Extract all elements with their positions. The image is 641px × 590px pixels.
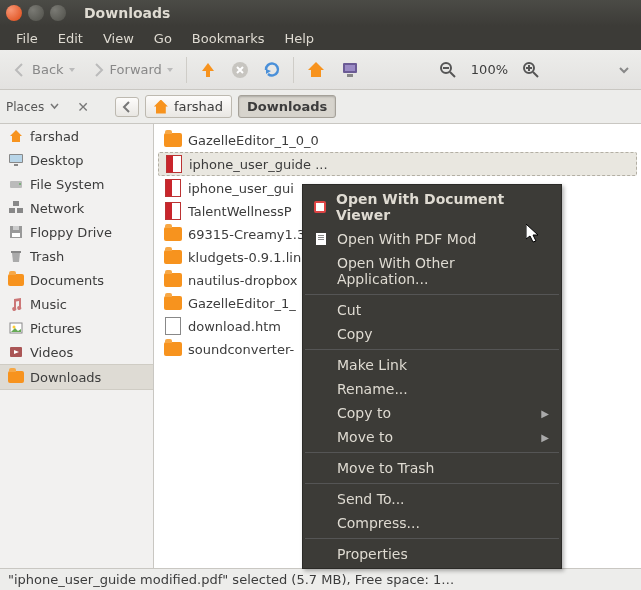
path-segment-home[interactable]: farshad bbox=[145, 95, 232, 118]
svg-point-15 bbox=[19, 183, 21, 185]
sidebar-item-network[interactable]: Network bbox=[0, 196, 153, 220]
ctx-copy-to[interactable]: Copy to▶ bbox=[303, 401, 561, 425]
ctx-item-label: Compress... bbox=[337, 515, 420, 531]
ctx-separator bbox=[305, 294, 559, 295]
folder-icon bbox=[164, 271, 182, 289]
sidebar-item-documents[interactable]: Documents bbox=[0, 268, 153, 292]
sidebar-item-floppy-drive[interactable]: Floppy Drive bbox=[0, 220, 153, 244]
sidebar-item-label: Downloads bbox=[30, 370, 101, 385]
file-name-label: GazelleEditor_1_0_0 bbox=[188, 133, 319, 148]
svg-rect-31 bbox=[318, 239, 324, 240]
path-segment-current[interactable]: Downloads bbox=[238, 95, 336, 118]
sidebar-item-label: Floppy Drive bbox=[30, 225, 112, 240]
sidebar-item-music[interactable]: Music bbox=[0, 292, 153, 316]
ctx-properties[interactable]: Properties bbox=[303, 542, 561, 566]
up-button[interactable] bbox=[193, 56, 223, 84]
ctx-send-to[interactable]: Send To... bbox=[303, 487, 561, 511]
sidebar-item-farshad[interactable]: farshad bbox=[0, 124, 153, 148]
menu-help[interactable]: Help bbox=[274, 28, 324, 49]
close-sidebar-button[interactable]: ✕ bbox=[77, 99, 89, 115]
ctx-open-with-document-viewer[interactable]: Open With Document Viewer bbox=[303, 187, 561, 227]
svg-rect-30 bbox=[318, 237, 324, 238]
home-button[interactable] bbox=[300, 55, 332, 85]
back-button[interactable]: Back bbox=[6, 57, 82, 83]
sidebar-item-videos[interactable]: Videos bbox=[0, 340, 153, 364]
zoom-in-icon bbox=[522, 61, 540, 79]
sidebar-item-desktop[interactable]: Desktop bbox=[0, 148, 153, 172]
ctx-item-label: Cut bbox=[337, 302, 361, 318]
sidebar-item-label: Documents bbox=[30, 273, 104, 288]
view-mode-dropdown[interactable] bbox=[613, 60, 635, 80]
window-maximize-button[interactable] bbox=[50, 5, 66, 21]
ctx-open-with-pdf-mod[interactable]: Open With PDF Mod bbox=[303, 227, 561, 251]
sidebar-item-label: Desktop bbox=[30, 153, 84, 168]
sidebar: farshadDesktopFile SystemNetworkFloppy D… bbox=[0, 124, 154, 568]
path-back-button[interactable] bbox=[115, 97, 139, 117]
menu-edit[interactable]: Edit bbox=[48, 28, 93, 49]
zoom-in-button[interactable] bbox=[516, 56, 546, 84]
ctx-cut[interactable]: Cut bbox=[303, 298, 561, 322]
file-name-label: TalentWellnessP bbox=[188, 204, 292, 219]
menu-file[interactable]: File bbox=[6, 28, 48, 49]
file-row[interactable]: iphone_user_guide ... bbox=[158, 152, 637, 176]
ctx-compress[interactable]: Compress... bbox=[303, 511, 561, 535]
ctx-rename[interactable]: Rename... bbox=[303, 377, 561, 401]
zoom-out-button[interactable] bbox=[433, 56, 463, 84]
file-name-label: iphone_user_guide ... bbox=[189, 157, 328, 172]
chevron-down-icon[interactable] bbox=[50, 102, 59, 111]
ctx-item-label: Open With PDF Mod bbox=[337, 231, 476, 247]
menu-go[interactable]: Go bbox=[144, 28, 182, 49]
stop-icon bbox=[231, 61, 249, 79]
forward-arrow-icon bbox=[90, 62, 106, 78]
ctx-item-label: Open With Other Application... bbox=[337, 255, 549, 287]
sidebar-item-pictures[interactable]: Pictures bbox=[0, 316, 153, 340]
ctx-item-icon bbox=[313, 200, 328, 214]
submenu-arrow-icon: ▶ bbox=[541, 408, 549, 419]
ctx-copy[interactable]: Copy bbox=[303, 322, 561, 346]
downloads-icon bbox=[8, 369, 24, 385]
folder-icon bbox=[164, 131, 182, 149]
svg-rect-27 bbox=[316, 203, 324, 211]
menu-view[interactable]: View bbox=[93, 28, 144, 49]
places-label: Places ✕ bbox=[6, 99, 89, 115]
disk-icon bbox=[8, 176, 24, 192]
file-name-label: iphone_user_gui bbox=[188, 181, 294, 196]
folder-icon bbox=[164, 294, 182, 312]
file-row[interactable]: GazelleEditor_1_0_0 bbox=[158, 129, 637, 151]
window-title: Downloads bbox=[84, 5, 170, 21]
sidebar-item-trash[interactable]: Trash bbox=[0, 244, 153, 268]
floppy-icon bbox=[8, 224, 24, 240]
window-close-button[interactable] bbox=[6, 5, 22, 21]
status-text: "iphone_user_guide modified.pdf" selecte… bbox=[8, 572, 454, 587]
window-minimize-button[interactable] bbox=[28, 5, 44, 21]
sidebar-item-downloads[interactable]: Downloads bbox=[0, 364, 153, 390]
ctx-move-to[interactable]: Move to▶ bbox=[303, 425, 561, 449]
stop-button[interactable] bbox=[225, 56, 255, 84]
svg-rect-22 bbox=[11, 251, 21, 253]
ctx-item-icon bbox=[313, 232, 329, 246]
pdf-icon bbox=[164, 202, 182, 220]
ctx-make-link[interactable]: Make Link bbox=[303, 353, 561, 377]
computer-button[interactable] bbox=[334, 55, 366, 85]
ctx-item-label: Make Link bbox=[337, 357, 407, 373]
reload-button[interactable] bbox=[257, 56, 287, 84]
sidebar-item-label: Trash bbox=[30, 249, 64, 264]
submenu-arrow-icon: ▶ bbox=[541, 432, 549, 443]
forward-button[interactable]: Forward bbox=[84, 57, 180, 83]
trash-icon bbox=[8, 248, 24, 264]
ctx-item-label: Send To... bbox=[337, 491, 405, 507]
sidebar-item-label: Network bbox=[30, 201, 84, 216]
ctx-move-to-trash[interactable]: Move to Trash bbox=[303, 456, 561, 480]
menu-bookmarks[interactable]: Bookmarks bbox=[182, 28, 275, 49]
back-arrow-icon bbox=[12, 62, 28, 78]
svg-rect-18 bbox=[13, 201, 19, 206]
toolbar-separator bbox=[186, 57, 187, 83]
sidebar-item-file-system[interactable]: File System bbox=[0, 172, 153, 196]
desktop-icon bbox=[8, 152, 24, 168]
folder-icon bbox=[8, 272, 24, 288]
pictures-icon bbox=[8, 320, 24, 336]
ctx-open-with-other-application[interactable]: Open With Other Application... bbox=[303, 251, 561, 291]
location-bar: Places ✕ farshad Downloads bbox=[0, 90, 641, 124]
dropdown-icon bbox=[68, 66, 76, 74]
file-name-label: soundconverter- bbox=[188, 342, 294, 357]
